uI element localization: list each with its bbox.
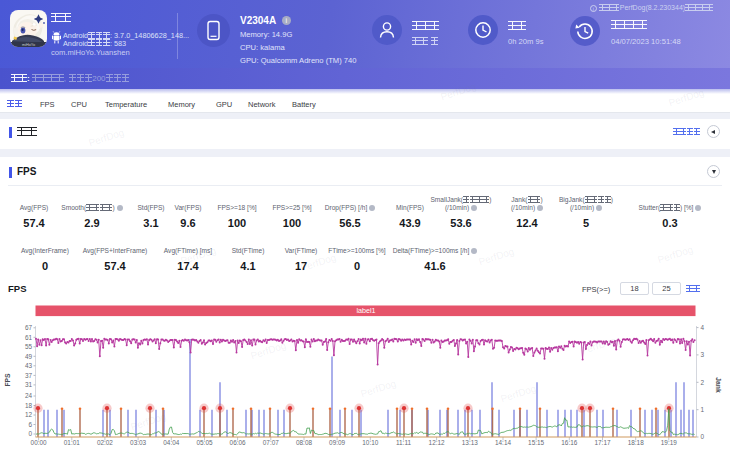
svg-text:0: 0 — [28, 430, 32, 437]
svg-text:01:01: 01:01 — [64, 439, 80, 446]
svg-text:6: 6 — [28, 421, 32, 428]
svg-text:09:09: 09:09 — [329, 439, 345, 446]
svg-text:Jank: Jank — [715, 377, 722, 393]
svg-text:43: 43 — [25, 362, 33, 369]
svg-text:55: 55 — [25, 343, 33, 350]
svg-text:11:11: 11:11 — [396, 439, 411, 446]
svg-text:19:19: 19:19 — [661, 439, 677, 446]
svg-text:49: 49 — [25, 353, 33, 360]
svg-text:14:14: 14:14 — [495, 439, 511, 446]
svg-text:13:13: 13:13 — [462, 439, 478, 446]
svg-text:05:05: 05:05 — [197, 439, 213, 446]
svg-text:08:08: 08:08 — [296, 439, 312, 446]
svg-text:0: 0 — [701, 433, 705, 440]
svg-text:18:18: 18:18 — [628, 439, 644, 446]
svg-text:06:06: 06:06 — [230, 439, 246, 446]
svg-text:12: 12 — [25, 411, 33, 418]
svg-text:miHoYo: miHoYo — [22, 43, 35, 47]
svg-text:17:17: 17:17 — [595, 439, 611, 446]
svg-text:16:16: 16:16 — [561, 439, 577, 446]
svg-text:FPS: FPS — [4, 373, 11, 387]
svg-text:24: 24 — [25, 392, 33, 399]
svg-text:61: 61 — [25, 334, 33, 341]
svg-text:07:07: 07:07 — [263, 439, 279, 446]
svg-text:1: 1 — [701, 406, 705, 413]
svg-text:15:15: 15:15 — [528, 439, 544, 446]
svg-text:00:00: 00:00 — [31, 439, 47, 446]
svg-text:02:02: 02:02 — [97, 439, 113, 446]
svg-text:67: 67 — [25, 324, 33, 331]
svg-text:18: 18 — [25, 402, 33, 409]
svg-text:3: 3 — [701, 351, 705, 358]
svg-text:37: 37 — [25, 372, 33, 379]
svg-text:4: 4 — [701, 324, 705, 331]
svg-text:12:12: 12:12 — [429, 439, 445, 446]
svg-text:10:10: 10:10 — [362, 439, 378, 446]
svg-text:03:03: 03:03 — [130, 439, 146, 446]
svg-text:31: 31 — [25, 381, 33, 388]
svg-text:label1: label1 — [356, 306, 375, 315]
svg-text:04:04: 04:04 — [163, 439, 179, 446]
svg-text:2: 2 — [701, 379, 705, 386]
